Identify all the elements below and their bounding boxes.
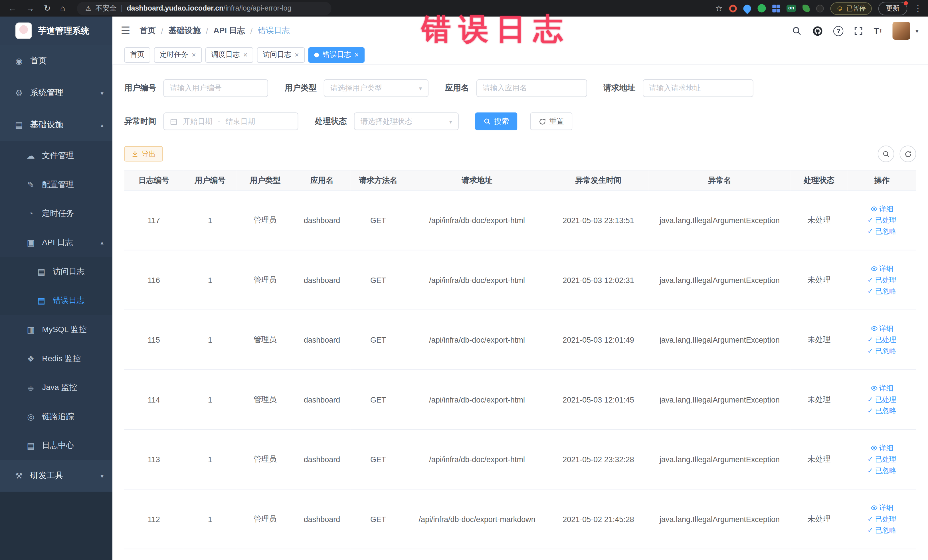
chevron-down-icon: ▾ (419, 85, 422, 92)
refresh-button[interactable] (899, 145, 916, 162)
hamburger-icon[interactable]: ☰ (121, 24, 130, 37)
cell-exception-name: java.lang.IllegalArgumentException (649, 489, 791, 549)
sidebar-item-access-log[interactable]: ▤ 访问日志 (0, 257, 112, 286)
app-name-input[interactable] (476, 79, 587, 97)
sidebar-item-system-management[interactable]: ⚙ 系统管理 ▾ (0, 77, 112, 109)
detail-link[interactable]: 详细 (847, 385, 916, 392)
profile-paused-badge[interactable]: ☺ 已暂停 (830, 2, 872, 15)
extension-icon[interactable] (742, 3, 752, 14)
extension-icon[interactable] (729, 5, 737, 12)
help-icon[interactable]: ? (833, 26, 844, 36)
search-button[interactable]: 搜索 (475, 112, 517, 130)
breadcrumb-separator: / (250, 26, 252, 35)
mark-ignored-link[interactable]: ✓已忽略 (847, 526, 916, 534)
detail-link[interactable]: 详细 (847, 325, 916, 332)
detail-link[interactable]: 详细 (847, 265, 916, 272)
mark-ignored-link[interactable]: ✓已忽略 (847, 228, 916, 235)
kebab-menu-icon[interactable]: ⋮ (914, 4, 922, 12)
detail-link[interactable]: 详细 (847, 205, 916, 212)
sidebar-item-redis-monitor[interactable]: ❖ Redis 监控 (0, 344, 112, 373)
tab-label: 定时任务 (160, 50, 188, 60)
mark-processed-link[interactable]: ✓已处理 (847, 396, 916, 403)
mark-ignored-link[interactable]: ✓已忽略 (847, 348, 916, 355)
breadcrumb-home[interactable]: 首页 (140, 25, 156, 36)
process-status-select[interactable]: 请选择处理状态 ▾ (354, 112, 459, 130)
cell-method: GET (350, 370, 406, 430)
cell-exception-time: 2021-05-03 12:01:49 (548, 310, 649, 370)
search-icon[interactable] (792, 26, 802, 36)
infrastructure-icon: ▤ (13, 120, 25, 130)
sidebar-item-dev-tools[interactable]: ⚒ 研发工具 ▾ (0, 460, 112, 492)
browser-home-icon[interactable]: ⌂ (60, 4, 65, 12)
reset-button[interactable]: 重置 (530, 112, 572, 130)
user-avatar[interactable] (892, 22, 910, 40)
address-bar[interactable]: ⚠ 不安全 | dashboard.yudao.iocoder.cn/infra… (77, 2, 331, 15)
coffee-icon: ☕ (25, 383, 37, 392)
sidebar-item-log-center[interactable]: ▤ 日志中心 (0, 431, 112, 460)
extension-icon[interactable] (757, 4, 766, 12)
extension-icon[interactable] (772, 5, 780, 12)
bookmark-star-icon[interactable]: ☆ (715, 4, 723, 12)
sidebar-item-file-management[interactable]: ☁ 文件管理 (0, 141, 112, 170)
column-header: 操作 (847, 170, 916, 190)
back-icon[interactable]: ← (8, 4, 17, 12)
close-icon[interactable]: × (355, 51, 359, 58)
extension-icon[interactable]: on (786, 5, 796, 12)
document-icon: ▤ (25, 441, 37, 450)
extension-icon[interactable] (816, 5, 824, 12)
chevron-down-icon: ▾ (101, 90, 104, 96)
tab-home[interactable]: 首页 (124, 47, 150, 63)
mark-processed-link[interactable]: ✓已处理 (847, 276, 916, 284)
breadcrumb-api-log[interactable]: API 日志 (214, 25, 245, 36)
app-logo[interactable]: 芋道管理系统 (0, 17, 112, 45)
close-icon[interactable]: × (192, 51, 196, 58)
toggle-search-button[interactable] (878, 145, 894, 162)
mark-processed-link[interactable]: ✓已处理 (847, 456, 916, 463)
column-header: 异常发生时间 (548, 170, 649, 190)
sidebar-item-tracing[interactable]: ◎ 链路追踪 (0, 402, 112, 431)
close-icon[interactable]: × (295, 51, 299, 58)
github-icon[interactable] (812, 25, 823, 36)
tab-scheduled-jobs[interactable]: 定时任务 × (154, 47, 202, 63)
user-type-select[interactable]: 请选择用户类型 ▾ (324, 79, 429, 97)
sidebar-item-java-monitor[interactable]: ☕ Java 监控 (0, 373, 112, 402)
fullscreen-icon[interactable] (853, 26, 864, 36)
forward-icon[interactable]: → (26, 4, 34, 12)
tab-schedule-log[interactable]: 调度日志 × (205, 47, 253, 63)
sidebar-item-infrastructure[interactable]: ▤ 基础设施 ▴ (0, 109, 112, 141)
extension-icon[interactable] (803, 5, 810, 12)
column-header: 日志编号 (124, 170, 183, 190)
cell-exception-name: java.lang.IllegalArgumentException (649, 250, 791, 310)
sidebar-item-scheduled-jobs[interactable]: ◔ 定时任务 (0, 199, 112, 228)
export-button[interactable]: 导出 (124, 146, 163, 162)
sidebar-item-api-log[interactable]: ▣ API 日志 ▴ (0, 228, 112, 257)
sidebar-item-config-management[interactable]: ✎ 配置管理 (0, 170, 112, 199)
mark-processed-link[interactable]: ✓已处理 (847, 217, 916, 224)
start-date-placeholder: 开始日期 (183, 116, 212, 127)
request-url-input[interactable] (643, 79, 753, 97)
detail-link[interactable]: 详细 (847, 444, 916, 452)
user-id-input[interactable] (163, 79, 268, 97)
filter-form-row-2: 异常时间 开始日期 - 结束日期 处理状态 请选 (124, 112, 916, 130)
breadcrumb-infrastructure[interactable]: 基础设施 (169, 25, 200, 36)
close-icon[interactable]: × (243, 51, 247, 58)
reload-icon[interactable]: ↻ (44, 4, 51, 12)
tab-access-log[interactable]: 访问日志 × (257, 47, 305, 63)
mark-ignored-link[interactable]: ✓已忽略 (847, 407, 916, 414)
sidebar-item-error-log[interactable]: ▤ 错误日志 (0, 286, 112, 315)
exception-time-range-picker[interactable]: 开始日期 - 结束日期 (163, 112, 298, 130)
mark-processed-link[interactable]: ✓已处理 (847, 336, 916, 343)
error-log-table: 日志编号 用户编号 用户类型 应用名 请求方法名 请求地址 异常发生时间 异常名… (124, 170, 916, 549)
mark-processed-link[interactable]: ✓已处理 (847, 516, 916, 523)
mark-ignored-link[interactable]: ✓已忽略 (847, 467, 916, 474)
font-size-icon[interactable]: TT (874, 26, 882, 36)
sidebar-item-home[interactable]: ◉ 首页 (0, 45, 112, 77)
sidebar-item-mysql-monitor[interactable]: ▥ MySQL 监控 (0, 315, 112, 344)
sidebar-item-label: 错误日志 (53, 295, 85, 305)
detail-link[interactable]: 详细 (847, 504, 916, 511)
mark-ignored-link[interactable]: ✓已忽略 (847, 288, 916, 295)
update-button[interactable]: 更新 (878, 2, 907, 15)
select-placeholder: 请选择用户类型 (330, 83, 382, 93)
tab-error-log[interactable]: 错误日志 × (308, 47, 365, 63)
chevron-down-icon[interactable]: ▾ (916, 27, 918, 34)
